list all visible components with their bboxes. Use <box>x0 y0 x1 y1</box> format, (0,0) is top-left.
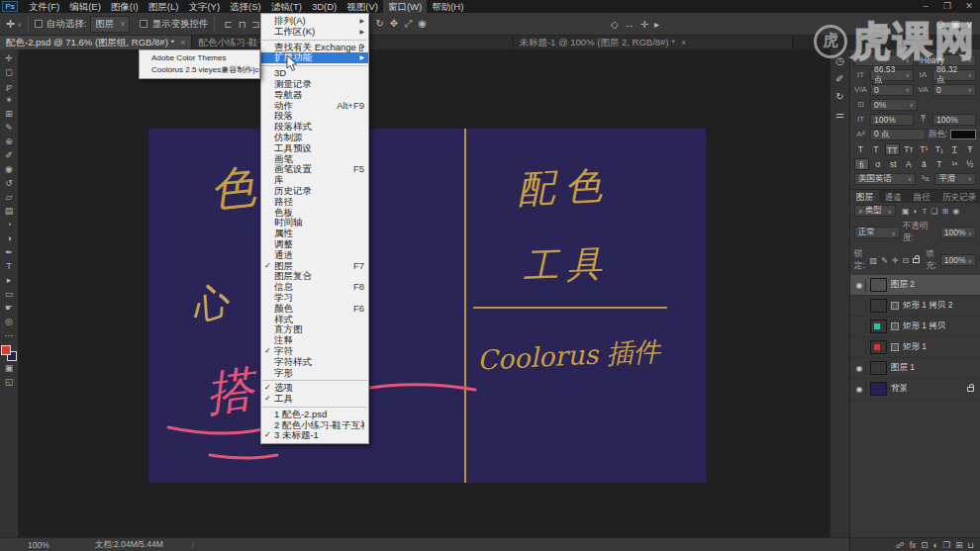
history-brush-tool[interactable]: ↺ <box>0 176 19 190</box>
layer-mask-icon[interactable]: ⊡ <box>921 540 928 550</box>
window-menu-item-22[interactable]: 调整 <box>261 239 368 250</box>
opentype-button-2[interactable]: st <box>887 158 900 170</box>
crop-tool[interactable]: ⊞ <box>0 107 19 121</box>
language-dropdown[interactable]: 美国英语∨ <box>854 173 916 185</box>
filter-smart-objects-icon[interactable]: ⊞ <box>940 207 949 216</box>
submenu-item-1[interactable]: Coolorus 2.5 vieyes兼容制作|cc2018 <box>140 64 259 76</box>
rotate-view-panel-icon[interactable]: ↻ <box>835 91 843 102</box>
brush-tool[interactable]: ✐ <box>0 148 19 162</box>
visibility-eye-icon[interactable]: ◉ <box>853 279 866 292</box>
baseline-shift-field[interactable]: 0 点 <box>870 129 926 140</box>
align-left-edges-icon[interactable]: ⊏ <box>221 19 235 30</box>
window-menu-item-7[interactable]: 测量记录 <box>261 79 368 90</box>
menubar-item-帮助(H)[interactable]: 帮助(H) <box>427 0 468 13</box>
menubar-item-视图(V)[interactable]: 视图(V) <box>342 0 383 13</box>
distribute-icon[interactable]: ◇ <box>608 19 622 30</box>
menubar-item-图层(L)[interactable]: 图层(L) <box>144 0 184 13</box>
hand-tool[interactable]: ☛ <box>0 301 19 315</box>
window-menu-item-4[interactable]: 扩展功能▶ <box>261 52 368 63</box>
visibility-eye-icon[interactable] <box>853 300 866 313</box>
zoom-level-field[interactable]: 100% <box>28 540 49 550</box>
3d-pan-icon[interactable]: ✥ <box>387 18 401 30</box>
visibility-eye-icon[interactable]: ◉ <box>853 383 866 396</box>
foreground-color-swatch[interactable] <box>1 345 11 355</box>
pen-tool[interactable]: ✒ <box>0 245 19 259</box>
anti-alias-dropdown[interactable]: 平滑∨ <box>934 173 976 185</box>
layer-row-矩形 1 拷贝[interactable]: 矩形 1 拷贝 <box>850 317 980 337</box>
edit-toolbar-ellipsis[interactable]: ⋯ <box>0 328 19 342</box>
window-menu-item-6[interactable]: 3D <box>261 68 368 79</box>
opentype-button-3[interactable]: A <box>903 158 916 170</box>
layer-row-图层 2[interactable]: ◉图层 2 <box>850 275 980 296</box>
window-menu-item-9[interactable]: 动作Alt+F9 <box>261 101 368 112</box>
blur-tool[interactable]: ◔ <box>0 218 19 231</box>
healing-brush-tool[interactable]: ⊕ <box>0 135 19 148</box>
type-style-button-6[interactable]: T̲ <box>948 143 961 155</box>
lasso-tool[interactable]: ℘ <box>0 79 19 93</box>
lock-position-icon[interactable]: ✛ <box>891 256 900 265</box>
close-tab-icon[interactable]: × <box>681 38 686 47</box>
type-tool[interactable]: T <box>0 259 19 273</box>
filter-pixel-layers-icon[interactable]: ▣ <box>901 207 911 216</box>
layer-row-矩形 1 拷贝 2[interactable]: 矩形 1 拷贝 2 <box>850 296 980 317</box>
filter-shape-layers-icon[interactable]: ❏ <box>930 207 938 216</box>
kerning-field[interactable]: 0∨ <box>870 84 914 96</box>
panel-tab-历史记录[interactable]: 历史记录 <box>936 190 980 203</box>
vertical-scale-field[interactable]: 100% <box>870 114 914 126</box>
auto-select-checkbox[interactable] <box>35 20 43 28</box>
shape-tool[interactable]: ▭ <box>0 287 19 301</box>
window-menu-item-18[interactable]: 路径 <box>261 197 368 208</box>
tool-preset-chevron-icon[interactable]: ∨ <box>17 21 21 28</box>
transform-icon[interactable]: ✛ <box>637 19 651 30</box>
screen-mode-icon[interactable]: ◱ <box>0 375 19 389</box>
lock-transparent-icon[interactable]: ▨ <box>869 256 879 265</box>
auto-select-dropdown[interactable]: 图层∨ <box>90 16 130 33</box>
history-panel-icon[interactable]: ◷ <box>835 55 844 66</box>
horizontal-scale-field[interactable]: 100% <box>932 114 976 126</box>
delete-layer-icon[interactable]: ⊔ <box>967 540 974 550</box>
type-style-button-0[interactable]: T <box>854 143 867 155</box>
move-tool-icon[interactable]: ✛ <box>6 18 15 31</box>
opentype-button-6[interactable]: ¹ˢ <box>948 158 961 170</box>
layer-row-图层 1[interactable]: ◉图层 1 <box>850 358 980 379</box>
quick-selection-tool[interactable]: ✶ <box>0 93 19 107</box>
quick-mask-icon[interactable]: ▣ <box>0 361 19 375</box>
window-menu-item-30[interactable]: 直方图 <box>261 324 368 335</box>
layer-effects-icon[interactable]: fx <box>910 540 917 550</box>
type-style-button-2[interactable]: TT <box>885 143 900 155</box>
chevron-down-icon[interactable]: ∨ <box>963 19 976 30</box>
path-selection-tool[interactable]: ▸ <box>0 273 19 287</box>
link-layers-icon[interactable]: ☍ <box>896 540 905 550</box>
canvas-document[interactable]: 色 心 搭 配色 工具 Coolorus 插件 <box>148 129 706 483</box>
3d-zoom-icon[interactable]: ◉ <box>415 18 430 30</box>
type-style-button-3[interactable]: Tᴛ <box>903 143 916 155</box>
window-menu-item-15[interactable]: 画笔设置F5 <box>261 164 368 175</box>
adjustment-layer-icon[interactable]: ◐ <box>932 540 937 550</box>
window-menu-item-20[interactable]: 时间轴 <box>261 218 368 229</box>
type-style-button-4[interactable]: T¹ <box>918 143 931 155</box>
align-horizontal-centers-icon[interactable]: ⊓ <box>236 19 249 30</box>
eraser-tool[interactable]: ▱ <box>0 190 19 204</box>
submenu-item-0[interactable]: Adobe Color Themes <box>140 52 259 64</box>
gradient-tool[interactable]: ▤ <box>0 204 19 218</box>
menubar-item-编辑(E)[interactable]: 编辑(E) <box>64 0 106 13</box>
window-menu-item-17[interactable]: 历史记录 <box>261 186 368 197</box>
window-menu-item-13[interactable]: 工具预设 <box>261 143 368 154</box>
zoom-tool[interactable]: ◎ <box>0 315 19 328</box>
menubar-item-窗口(W)[interactable]: 窗口(W) <box>383 0 427 13</box>
window-menu-item-3[interactable]: 查找有关 Exchange 的扩展功能... <box>261 43 368 53</box>
spread-icon[interactable]: ↔ <box>622 19 637 30</box>
window-menu-item-32[interactable]: ✓字符 <box>261 346 368 357</box>
window-menu-item-12[interactable]: 仿制源 <box>261 133 368 143</box>
lock-artboard-icon[interactable]: ⊡ <box>902 256 911 265</box>
document-tab-1[interactable]: 配色-2.psd @ 71.6% (图层组, RGB/8#) *× <box>0 36 192 49</box>
window-menu-item-39[interactable]: 1 配色-2.psd <box>261 410 368 420</box>
window-menu-item-1[interactable]: 工作区(K)▶ <box>261 27 368 38</box>
status-options-arrow[interactable]: 〉 <box>191 539 200 551</box>
window-menu-item-14[interactable]: 画笔 <box>261 154 368 165</box>
leading-field[interactable]: 86.32 点∨ <box>932 69 976 81</box>
opentype-button-4[interactable]: ā <box>918 158 931 170</box>
window-menu-item-26[interactable]: 信息F8 <box>261 282 368 293</box>
3d-roll-icon[interactable]: ↻ <box>372 18 386 30</box>
opentype-button-5[interactable]: T <box>933 158 946 170</box>
